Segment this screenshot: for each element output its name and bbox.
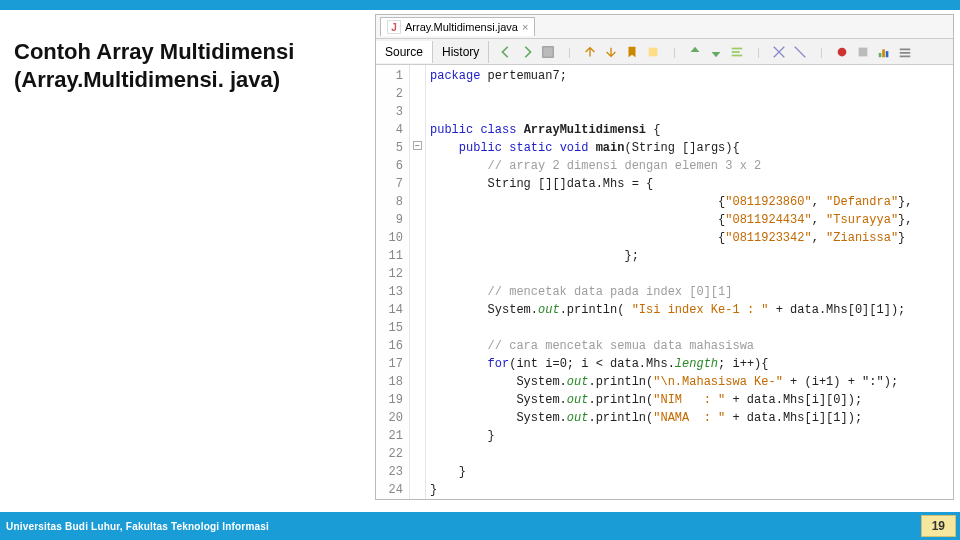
footer-page-number: 19 (921, 515, 956, 537)
svg-rect-10 (900, 48, 911, 50)
fold-toggle-icon[interactable]: − (413, 141, 422, 150)
tab-filename: Array.Multidimensi.java (405, 21, 518, 33)
sep2: | (665, 43, 683, 61)
settings-icon[interactable] (896, 43, 914, 61)
code-area: 123456789101112131415161718192021222324 … (376, 65, 953, 499)
comment-icon[interactable] (770, 43, 788, 61)
highlight-icon[interactable] (644, 43, 662, 61)
view-history-tab[interactable]: History (433, 41, 489, 63)
sep4: | (812, 43, 830, 61)
shift-down-icon[interactable] (707, 43, 725, 61)
chart-icon[interactable] (875, 43, 893, 61)
svg-rect-8 (883, 49, 886, 57)
code-text[interactable]: package pertemuan7; public class ArrayMu… (426, 65, 953, 499)
slide-title: Contoh Array Multidimensi (Array.Multidi… (14, 38, 363, 93)
editor-file-tab[interactable]: J Array.Multidimensi.java × (380, 17, 535, 36)
svg-rect-11 (900, 52, 911, 54)
toolbar-icon-group: | | | | (489, 43, 914, 61)
footer-university: Universitas Budi Luhur, Fakultas Teknolo… (6, 521, 269, 532)
find-prev-icon[interactable] (581, 43, 599, 61)
title-line-1: Contoh Array Multidimensi (14, 39, 294, 64)
svg-rect-2 (732, 47, 743, 49)
nav-back-icon[interactable] (497, 43, 515, 61)
svg-rect-12 (900, 55, 911, 57)
shift-up-icon[interactable] (686, 43, 704, 61)
svg-rect-4 (732, 54, 743, 56)
svg-rect-9 (886, 51, 889, 57)
uncomment-icon[interactable] (791, 43, 809, 61)
slide-footer: Universitas Budi Luhur, Fakultas Teknolo… (0, 512, 960, 540)
line-number-gutter: 123456789101112131415161718192021222324 (376, 65, 410, 499)
editor-toolbar: Source History | | | | (376, 39, 953, 65)
nav-fwd-icon[interactable] (518, 43, 536, 61)
code-editor: J Array.Multidimensi.java × Source Histo… (375, 14, 954, 500)
editor-tab-bar: J Array.Multidimensi.java × (376, 15, 953, 39)
content-area: Contoh Array Multidimensi (Array.Multidi… (0, 10, 960, 500)
svg-point-5 (838, 47, 847, 56)
bookmark-icon[interactable] (623, 43, 641, 61)
slide-text-pane: Contoh Array Multidimensi (Array.Multidi… (0, 10, 375, 500)
sep: | (560, 43, 578, 61)
svg-rect-0 (543, 46, 554, 57)
save-icon[interactable] (539, 43, 557, 61)
view-source-tab[interactable]: Source (376, 41, 433, 63)
title-line-2: (Array.Multidimensi. java) (14, 67, 280, 92)
svg-rect-7 (879, 52, 882, 56)
record-icon[interactable] (833, 43, 851, 61)
format-icon[interactable] (728, 43, 746, 61)
stop-icon[interactable] (854, 43, 872, 61)
sep3: | (749, 43, 767, 61)
fold-gutter: − (410, 65, 426, 499)
svg-rect-3 (732, 51, 740, 53)
svg-rect-6 (859, 47, 868, 56)
close-icon[interactable]: × (522, 21, 528, 33)
find-next-icon[interactable] (602, 43, 620, 61)
svg-rect-1 (649, 47, 658, 56)
slide-top-border (0, 0, 960, 10)
java-file-icon: J (387, 20, 401, 34)
